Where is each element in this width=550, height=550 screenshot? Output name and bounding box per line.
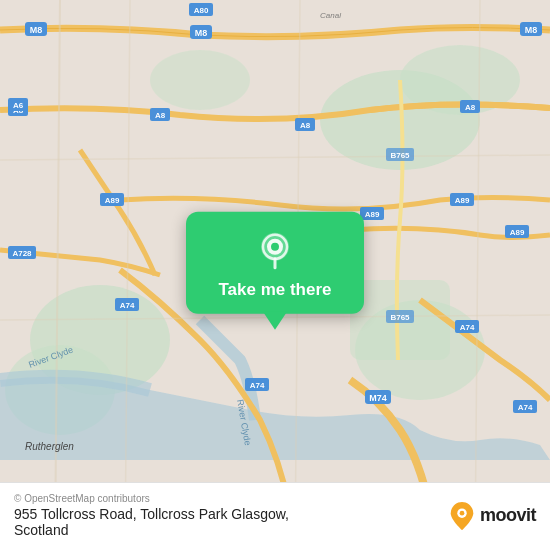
- moovit-icon: [448, 500, 476, 532]
- svg-point-66: [271, 243, 279, 251]
- moovit-logo: moovit: [448, 500, 536, 532]
- svg-text:A74: A74: [460, 323, 475, 332]
- address-line2: Scotland: [14, 522, 289, 538]
- svg-text:A8: A8: [300, 121, 311, 130]
- svg-text:A74: A74: [518, 403, 533, 412]
- svg-text:A89: A89: [510, 228, 525, 237]
- address-line1: 955 Tollcross Road, Tollcross Park Glasg…: [14, 506, 289, 522]
- location-pin-icon: [254, 230, 296, 272]
- svg-text:A89: A89: [105, 196, 120, 205]
- svg-text:B765: B765: [390, 313, 410, 322]
- moovit-brand-text: moovit: [480, 505, 536, 526]
- map-container: M8 M8 M8 A8 A8 A8 A8 A6 A89 A89 A89 A89 …: [0, 0, 550, 550]
- svg-text:A74: A74: [250, 381, 265, 390]
- svg-text:Rutherglen: Rutherglen: [25, 441, 74, 452]
- svg-text:A8: A8: [465, 103, 476, 112]
- svg-text:M8: M8: [525, 25, 538, 35]
- copyright-text: © OpenStreetMap contributors: [14, 493, 289, 504]
- svg-text:Canal: Canal: [320, 11, 341, 20]
- svg-text:A89: A89: [455, 196, 470, 205]
- address-section: © OpenStreetMap contributors 955 Tollcro…: [14, 493, 289, 538]
- svg-text:A728: A728: [12, 249, 32, 258]
- svg-text:B765: B765: [390, 151, 410, 160]
- svg-text:A74: A74: [120, 301, 135, 310]
- svg-text:A89: A89: [365, 210, 380, 219]
- svg-text:M8: M8: [30, 25, 43, 35]
- svg-text:A80: A80: [194, 6, 209, 15]
- svg-text:M74: M74: [369, 393, 387, 403]
- svg-point-70: [460, 510, 465, 515]
- svg-text:A6: A6: [13, 101, 24, 110]
- take-me-there-label: Take me there: [218, 280, 331, 300]
- navigation-popup[interactable]: Take me there: [186, 212, 364, 314]
- svg-text:M8: M8: [195, 28, 208, 38]
- bottom-bar: © OpenStreetMap contributors 955 Tollcro…: [0, 482, 550, 550]
- popup-tail: [263, 312, 287, 330]
- svg-text:A8: A8: [155, 111, 166, 120]
- svg-point-6: [150, 50, 250, 110]
